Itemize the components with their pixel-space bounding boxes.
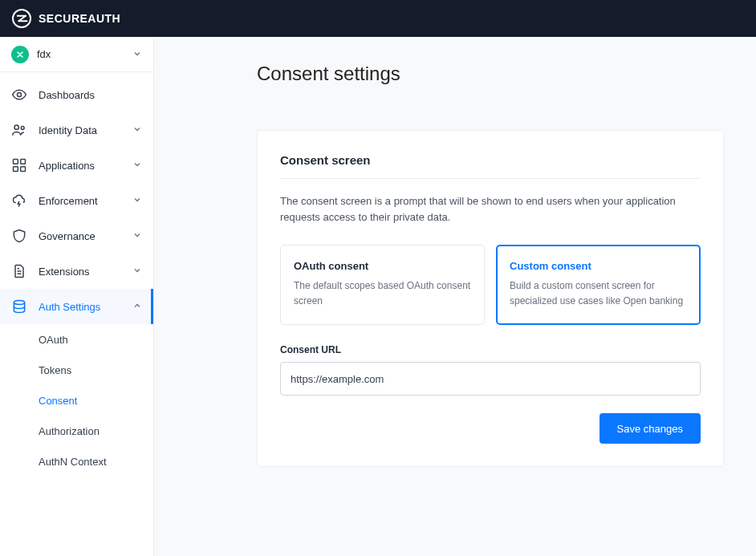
sidebar-item-label: Identity Data (39, 124, 121, 136)
cloud-bolt-icon (11, 193, 27, 209)
consent-options: OAuth consent The default scopes based O… (280, 245, 701, 325)
sidebar-item-label: Applications (39, 160, 121, 172)
nav: Dashboards Identity Data Applications (0, 72, 153, 477)
topbar: SECUREAUTH (0, 0, 756, 37)
close-icon (11, 46, 29, 63)
option-title: Custom consent (510, 260, 687, 272)
sidebar-item-enforcement[interactable]: Enforcement (0, 183, 153, 218)
sidebar-item-extensions[interactable]: Extensions (0, 254, 153, 289)
eye-icon (11, 87, 27, 103)
document-icon (11, 263, 27, 279)
brand: SECUREAUTH (11, 8, 120, 29)
sidebar-item-label: Auth Settings (39, 301, 121, 313)
svg-point-8 (14, 301, 24, 305)
sidebar: fdx Dashboards Identity Data (0, 37, 154, 556)
svg-rect-6 (14, 167, 18, 172)
sidebar-item-oauth[interactable]: OAuth (39, 324, 153, 355)
sidebar-item-governance[interactable]: Governance (0, 218, 153, 254)
page-title: Consent settings (257, 63, 756, 85)
save-button[interactable]: Save changes (600, 413, 701, 444)
divider (280, 178, 701, 179)
sidebar-item-label: OAuth (39, 334, 68, 346)
option-desc: The default scopes based OAuth consent s… (294, 278, 471, 308)
chevron-down-icon (132, 195, 142, 207)
auth-settings-submenu: OAuth Tokens Consent Authorization AuthN… (0, 324, 153, 477)
chevron-down-icon (132, 266, 142, 278)
chevron-up-icon (132, 301, 142, 313)
shield-icon (11, 228, 27, 244)
sidebar-item-authorization[interactable]: Authorization (39, 416, 153, 446)
users-icon (11, 122, 27, 138)
sidebar-item-consent[interactable]: Consent (39, 385, 153, 416)
section-description: The consent screen is a prompt that will… (280, 193, 701, 225)
sidebar-item-label: Authorization (39, 425, 100, 437)
svg-point-3 (21, 127, 24, 130)
chevron-down-icon (132, 124, 142, 136)
sidebar-item-label: Tokens (39, 364, 71, 376)
sidebar-item-label: Enforcement (39, 195, 121, 207)
sidebar-item-authn-context[interactable]: AuthN Context (39, 446, 153, 477)
sidebar-item-label: AuthN Context (39, 456, 107, 468)
sidebar-item-label: Consent (39, 395, 77, 407)
grid-icon (11, 157, 27, 173)
consent-url-label: Consent URL (280, 344, 701, 355)
section-title: Consent screen (280, 153, 701, 167)
chevron-down-icon (132, 47, 142, 62)
main-content: Consent settings Consent screen The cons… (154, 37, 756, 556)
database-icon (11, 298, 27, 315)
sidebar-item-label: Extensions (39, 266, 121, 278)
sidebar-item-label: Governance (39, 230, 121, 242)
svg-point-1 (18, 93, 22, 97)
brand-text: SECUREAUTH (39, 12, 120, 25)
option-custom-consent[interactable]: Custom consent Build a custom consent sc… (496, 245, 701, 325)
sidebar-item-applications[interactable]: Applications (0, 148, 153, 183)
option-oauth-consent[interactable]: OAuth consent The default scopes based O… (280, 245, 485, 325)
svg-rect-5 (21, 160, 26, 164)
svg-point-2 (14, 125, 18, 129)
sidebar-item-label: Dashboards (39, 89, 142, 101)
chevron-down-icon (132, 160, 142, 172)
option-desc: Build a custom consent screen for specia… (510, 278, 687, 308)
chevron-down-icon (132, 230, 142, 242)
sidebar-item-tokens[interactable]: Tokens (39, 355, 153, 385)
sidebar-item-identity-data[interactable]: Identity Data (0, 112, 153, 148)
workspace-selector[interactable]: fdx (0, 37, 153, 72)
sidebar-item-auth-settings[interactable]: Auth Settings (0, 289, 153, 324)
svg-rect-4 (14, 160, 18, 164)
consent-url-input[interactable] (280, 362, 701, 396)
brand-logo-icon (11, 8, 32, 29)
sidebar-item-dashboards[interactable]: Dashboards (0, 77, 153, 112)
svg-rect-7 (21, 167, 26, 172)
option-title: OAuth consent (294, 260, 471, 272)
workspace-label: fdx (37, 48, 124, 60)
consent-card: Consent screen The consent screen is a p… (257, 130, 724, 467)
